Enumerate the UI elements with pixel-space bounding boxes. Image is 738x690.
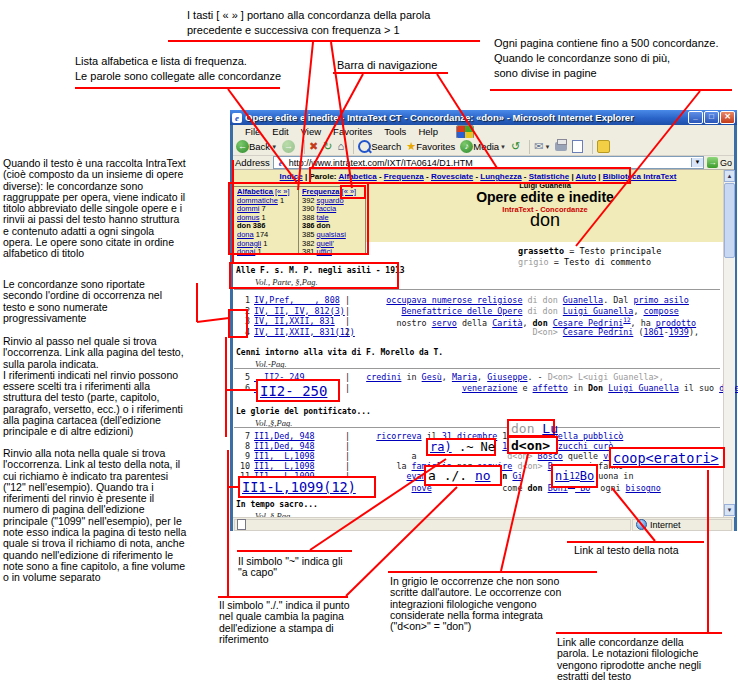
- occurrence-number: 10: [237, 461, 250, 471]
- text-link[interactable]: 1939: [669, 327, 689, 337]
- reference-link[interactable]: II1, L,1098: [254, 461, 345, 471]
- text-link[interactable]: Guanella: [563, 295, 603, 305]
- scroll-up-icon[interactable]: ▲: [724, 170, 735, 182]
- print-icon: [555, 142, 567, 151]
- edit-button[interactable]: [572, 140, 583, 153]
- annotation-barra: Barra di navigazione: [337, 58, 437, 73]
- stop-button[interactable]: ✖: [309, 140, 318, 153]
- text-link[interactable]: Benefattrice delle Opere: [401, 306, 522, 316]
- annotation-grigio: In grigio le occorrenze che non sono scr…: [390, 576, 561, 632]
- text-link[interactable]: primo asilo: [633, 295, 688, 305]
- text-link[interactable]: Lu: [542, 421, 558, 436]
- text-link[interactable]: venerazione: [462, 383, 517, 393]
- history-button[interactable]: ↺: [511, 140, 520, 153]
- toolbar-label: Media: [473, 141, 499, 152]
- refresh-button[interactable]: ↻: [323, 140, 332, 153]
- text-link[interactable]: 1861: [643, 327, 663, 337]
- text-link[interactable]: bisogno: [626, 483, 661, 493]
- text-fragment: .~ Ne: [452, 440, 495, 454]
- scroll-down-icon[interactable]: ▼: [724, 504, 735, 516]
- text-fragment: ,: [477, 372, 487, 382]
- dropdown-icon[interactable]: ▼: [500, 144, 506, 150]
- legend-key: grigio: [518, 257, 549, 267]
- magnified-callout-coop: coop<eratori>: [609, 447, 725, 468]
- reference-link[interactable]: IV, II,XXII, 831(12): [254, 327, 345, 337]
- reference-link[interactable]: IV,Pref, , 808: [254, 295, 345, 305]
- text-link[interactable]: Bo: [580, 469, 594, 483]
- text-fragment: ,: [442, 372, 452, 382]
- text-link[interactable]: credini: [366, 372, 401, 382]
- menu-file[interactable]: File: [245, 126, 260, 137]
- text-link[interactable]: Indice: [280, 172, 303, 181]
- context-text: venerazione e affetto in Don Luigi Guane…: [356, 383, 738, 393]
- back-button[interactable]: ← Back▼: [236, 140, 277, 153]
- mail-button[interactable]: ✉▼: [534, 140, 550, 153]
- menu-help[interactable]: Help: [418, 126, 438, 137]
- magnified-callout-donlu: don Lu: [507, 419, 555, 437]
- minimize-button[interactable]: _: [688, 111, 703, 124]
- reference-link[interactable]: II1,Ded, 948: [254, 431, 345, 441]
- separator: |: [345, 306, 350, 316]
- close-button[interactable]: ✕: [720, 111, 735, 124]
- text-link[interactable]: affetto: [533, 383, 568, 393]
- text-fragment: a ./.: [428, 468, 475, 483]
- home-button[interactable]: ⌂: [338, 140, 345, 153]
- text-link[interactable]: compose: [643, 306, 678, 316]
- freq-arrows-highlight-box: [340, 185, 366, 199]
- text-link[interactable]: 12: [569, 471, 579, 481]
- text-fragment: . -: [528, 372, 548, 382]
- text-link[interactable]: II2- 250: [260, 383, 327, 399]
- messenger-button[interactable]: [597, 140, 610, 153]
- go-button[interactable]: → Go: [707, 157, 732, 168]
- text-link[interactable]: ra): [430, 440, 452, 454]
- text-link[interactable]: Luigi Guanella: [563, 306, 634, 316]
- text-link[interactable]: Cesare Pedrini: [563, 327, 634, 337]
- annotated-screenshot: e Opere edite e inedite - IntraText CT -…: [0, 0, 738, 690]
- scrollbar-thumb[interactable]: [724, 183, 735, 258]
- text-link[interactable]: Gesù: [422, 372, 442, 382]
- menu-edit[interactable]: Edit: [272, 126, 288, 137]
- toolbar-separator: [529, 140, 530, 154]
- separator: |: [345, 327, 350, 337]
- search-icon: [358, 140, 371, 153]
- text-link[interactable]: no: [475, 468, 491, 483]
- toolbar: ← Back▼→✖↻⌂ Search★ Favorites♪ Media▼↺✉▼: [233, 138, 734, 156]
- text-link[interactable]: 12: [623, 316, 630, 323]
- dropdown-icon[interactable]: ▼: [271, 144, 277, 150]
- reference-link[interactable]: II1, L,1098: [254, 451, 345, 461]
- text-link[interactable]: ricorreva: [376, 431, 421, 441]
- text-link[interactable]: ni: [555, 469, 569, 483]
- media-button[interactable]: ♪ Media▼: [460, 140, 506, 153]
- concordance-row: 1IV,Pref, , 808| occupava numerose relig…: [237, 295, 689, 305]
- search-button[interactable]: Search: [358, 140, 401, 153]
- mail-icon: ✉: [534, 140, 543, 153]
- reference-link[interactable]: II1,Ded, 948: [254, 441, 345, 451]
- print-button[interactable]: [555, 142, 567, 151]
- maximize-button[interactable]: □: [704, 111, 719, 124]
- globe-icon: [636, 519, 647, 530]
- history-icon: ↺: [511, 140, 520, 153]
- text-link[interactable]: Giuseppe: [487, 372, 527, 382]
- menu-favorites[interactable]: Favorites: [333, 126, 372, 137]
- text-link[interactable]: Luigi Guanella: [608, 383, 679, 393]
- text-fragment: [356, 431, 376, 441]
- work-title-highlight-box: [229, 262, 399, 289]
- text-link[interactable]: Maria: [452, 372, 477, 382]
- address-dropdown-icon[interactable]: ▼: [691, 158, 703, 167]
- window-title: Opere edite e inedite - IntraText CT - C…: [245, 112, 687, 123]
- context-text: occupava numerose religiose di don Guane…: [356, 295, 689, 305]
- separator: |: [345, 441, 350, 451]
- text-link[interactable]: Gi: [512, 471, 522, 481]
- reference-link[interactable]: IV, II, IV, 812(3): [254, 306, 345, 316]
- text-link[interactable]: II1-L,1099(12): [242, 479, 356, 495]
- menu-view[interactable]: View: [301, 126, 321, 137]
- text-link[interactable]: occupava numerose religiose: [386, 295, 522, 305]
- windows-logo-icon: [456, 125, 474, 139]
- title-bar[interactable]: e Opere edite e inedite - IntraText CT -…: [230, 110, 737, 125]
- menu-tools[interactable]: Tools: [384, 126, 406, 137]
- forward-button[interactable]: →: [282, 140, 295, 153]
- text-link[interactable]: coop<eratori>: [613, 450, 719, 466]
- dropdown-icon[interactable]: ▼: [545, 144, 551, 150]
- separator: |: [345, 372, 350, 382]
- favorites-button[interactable]: ★ Favorites: [406, 140, 455, 153]
